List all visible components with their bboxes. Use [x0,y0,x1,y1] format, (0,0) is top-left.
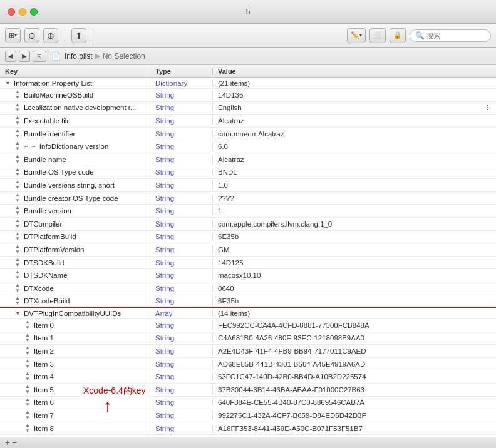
sort-stepper[interactable]: ▲▼ [25,410,30,421]
table-row[interactable]: ▲▼Bundle creator OS Type codeString???? [0,192,496,205]
value-cell: (21 items) [213,79,496,88]
breadcrumb-file[interactable]: Info.plist [65,52,93,61]
lock-button[interactable]: 🔒 [390,28,406,43]
search-box[interactable]: 🔍 [410,29,491,42]
table-row[interactable]: ▲▼Bundle OS Type codeStringBNDL [0,166,496,180]
sidebar-icon: ⊞ [9,31,14,39]
expand-arrow[interactable]: ▼ [5,80,11,86]
zoom-out-button[interactable]: ⊖ [24,28,39,43]
table-row[interactable]: ▲▼Item 6String640F884E-CE55-4B40-87C0-88… [0,397,496,410]
key-cell: ▲▼DTXcodeBuild [0,295,150,308]
expand-arrow[interactable]: ▼ [15,310,21,317]
table-row[interactable]: ▲▼Item 0StringFEC992CC-CA4A-4CFD-8881-77… [0,319,496,332]
search-input[interactable] [426,32,485,39]
close-button[interactable] [8,8,15,16]
sidebar-toggle-button[interactable]: ⊞ ▾ [5,28,21,43]
sort-stepper[interactable]: ▲▼ [15,180,20,191]
table-row[interactable]: ▲▼+−InfoDictionary versionString6.0 [0,140,496,153]
key-cell: ▲▼Item 5 [0,384,150,396]
table-row[interactable]: ▲▼DTSDKNameStringmacosx10.10 [0,269,496,282]
sort-stepper[interactable]: ▲▼ [25,384,30,395]
sort-stepper[interactable]: ▲▼ [15,244,20,255]
type-cell: String [150,142,213,151]
sort-stepper[interactable]: ▲▼ [15,167,20,178]
table-row[interactable]: ▲▼Item 1StringC4A681B0-4A26-480E-93EC-12… [0,332,496,345]
sort-stepper[interactable]: ▲▼ [15,141,20,152]
sort-stepper[interactable]: ▲▼ [25,345,30,357]
sort-stepper[interactable]: ▲▼ [25,359,30,370]
table-row[interactable]: ▲▼DTXcodeString0640 [0,282,496,295]
type-cell: String [150,155,213,164]
remove-item-button[interactable]: − [13,438,18,447]
table-row[interactable]: ▼DVTPlugInCompatibilityUUIDsArray(14 ite… [0,308,496,319]
table-row[interactable]: ▲▼Item 8StringA16FF353-8441-459E-A50C-B0… [0,422,496,435]
sort-stepper[interactable]: ▲▼ [25,320,30,331]
value-cell: AD68E85B-441B-4301-B564-A45E4919A6AD [213,360,496,369]
table-row[interactable]: ▲▼BuildMachineOSBuildString14D136 [0,89,496,102]
edit-button[interactable]: ✏️ ▾ [347,28,366,43]
sort-stepper[interactable]: ▲▼ [25,423,30,434]
sort-stepper[interactable]: ▲▼ [25,333,30,344]
sort-stepper[interactable]: ▲▼ [15,154,20,165]
forward-button[interactable]: ▶ [19,51,30,62]
table-row[interactable]: ▲▼Bundle identifierStringcom.mneorr.Alca… [0,128,496,141]
minimize-button[interactable] [19,8,26,16]
type-cell: String [150,232,213,241]
zoom-in-button[interactable]: ⊕ [43,28,58,43]
table-row[interactable]: ▲▼Item 2StringA2E4D43F-41F4-4FB9-BB94-71… [0,345,496,358]
sort-stepper[interactable]: ▲▼ [15,115,20,126]
grid-view-button[interactable]: ⊞ [33,51,46,62]
table-row[interactable]: ▲▼DTPlatformVersionStringGM [0,243,496,257]
export-button[interactable]: ⬆ [71,28,86,43]
share-button[interactable]: ⬜ [369,28,386,43]
table-row[interactable]: ▼Information Property ListDictionary(21 … [0,78,496,89]
value-cell: English⋮ [213,103,496,112]
type-cell: Dictionary [150,79,213,88]
breadcrumb: Info.plist ▶ No Selection [65,52,145,61]
table-row[interactable]: ▲▼DTCompilerStringcom.apple.compilers.ll… [0,218,496,231]
key-text: BuildMachineOSBuild [24,91,93,99]
table-row[interactable]: ▲▼Item 4String63FC1C47-140D-42B0-BB4D-A1… [0,370,496,384]
sort-stepper[interactable]: ▲▼ [15,193,20,204]
key-cell: ▲▼DTXcode [0,282,150,295]
value-dropdown[interactable]: ⋮ [484,104,491,112]
traffic-lights [8,8,38,16]
sort-stepper[interactable]: ▲▼ [15,232,20,243]
title-bar: 5 [0,0,496,24]
table-row[interactable]: ▲▼DTSDKBuildString14D125 [0,257,496,270]
sort-stepper[interactable]: ▲▼ [15,128,20,140]
remove-stepper[interactable]: − [31,143,35,150]
sort-stepper[interactable]: ▲▼ [15,257,20,268]
key-cell: ▲▼Item 7 [0,409,150,422]
table-row[interactable]: ▲▼Item 7String992275C1-432A-4CF7-B659-D8… [0,409,496,422]
sort-stepper[interactable]: ▲▼ [25,397,30,409]
add-stepper[interactable]: + [24,143,28,150]
key-cell: ▲▼Item 6 [0,397,150,409]
type-cell: String [150,398,213,407]
type-cell: String [150,181,213,190]
add-item-button[interactable]: + [5,438,10,447]
value-cell: 37B30044-3B14-46BA-ABAA-F01000C27B63 [213,385,496,394]
table-row[interactable]: ▲▼Item 5String37B30044-3B14-46BA-ABAA-F0… [0,384,496,397]
table-row[interactable]: ▲▼Item 3StringAD68E85B-441B-4301-B564-A4… [0,358,496,371]
sort-stepper[interactable]: ▲▼ [15,205,20,216]
plist-table[interactable]: ▼Information Property ListDictionary(21 … [0,78,496,437]
table-row[interactable]: ▲▼DTPlatformBuildString6E35b [0,231,496,244]
sort-stepper[interactable]: ▲▼ [15,89,20,101]
table-row[interactable]: ▲▼DTXcodeBuildString6E35b [0,295,496,308]
table-row[interactable]: ▲▼Localization native development r...St… [0,102,496,115]
maximize-button[interactable] [30,8,38,16]
type-cell: Array [150,309,213,318]
table-row[interactable]: ▲▼Bundle versions string, shortString1.0 [0,179,496,192]
table-row[interactable]: ▲▼Bundle versionString1 [0,205,496,218]
sort-stepper[interactable]: ▲▼ [15,296,20,307]
sort-stepper[interactable]: ▲▼ [15,270,20,281]
key-cell: ▲▼Executable file [0,115,150,127]
sort-stepper[interactable]: ▲▼ [15,103,20,114]
sort-stepper[interactable]: ▲▼ [15,218,20,230]
table-row[interactable]: ▲▼Bundle nameStringAlcatraz [0,153,496,166]
back-button[interactable]: ◀ [5,51,16,62]
sort-stepper[interactable]: ▲▼ [25,371,30,382]
sort-stepper[interactable]: ▲▼ [15,283,20,294]
table-row[interactable]: ▲▼Executable fileStringAlcatraz [0,115,496,128]
